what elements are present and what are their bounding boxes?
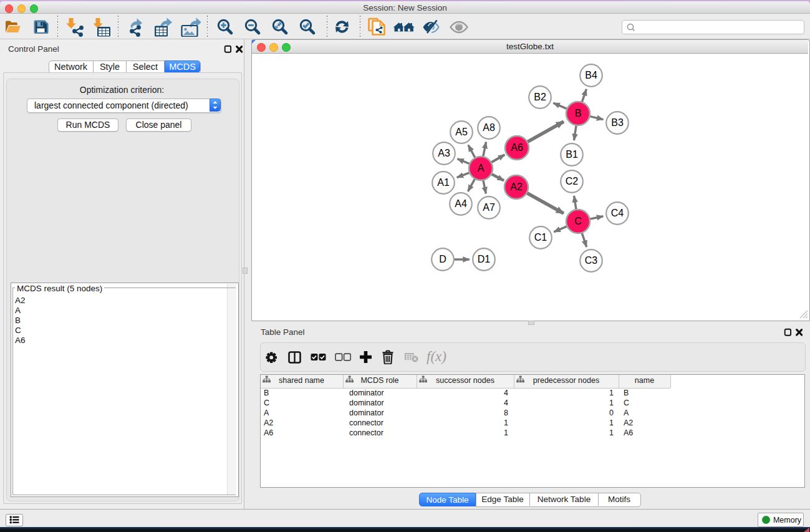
svg-text:A8: A8 [483, 122, 495, 133]
svg-text:C2: C2 [566, 176, 579, 186]
svg-text:A2: A2 [510, 181, 523, 192]
svg-text:B1: B1 [566, 149, 578, 160]
svg-text:D1: D1 [478, 254, 491, 264]
svg-text:B: B [575, 108, 582, 118]
svg-text:C: C [574, 216, 582, 226]
svg-text:C1: C1 [534, 232, 547, 243]
svg-text:B2: B2 [534, 92, 546, 102]
svg-text:A6: A6 [511, 142, 523, 153]
svg-text:A4: A4 [455, 198, 467, 209]
svg-text:C3: C3 [585, 255, 598, 266]
svg-text:B4: B4 [585, 70, 597, 80]
svg-text:D: D [439, 254, 446, 264]
svg-text:A5: A5 [455, 127, 468, 137]
svg-text:B3: B3 [611, 117, 624, 128]
svg-text:A7: A7 [483, 202, 495, 213]
svg-text:A3: A3 [438, 148, 450, 158]
svg-text:A: A [478, 163, 485, 173]
svg-text:C4: C4 [611, 208, 624, 218]
svg-text:A1: A1 [437, 177, 450, 188]
